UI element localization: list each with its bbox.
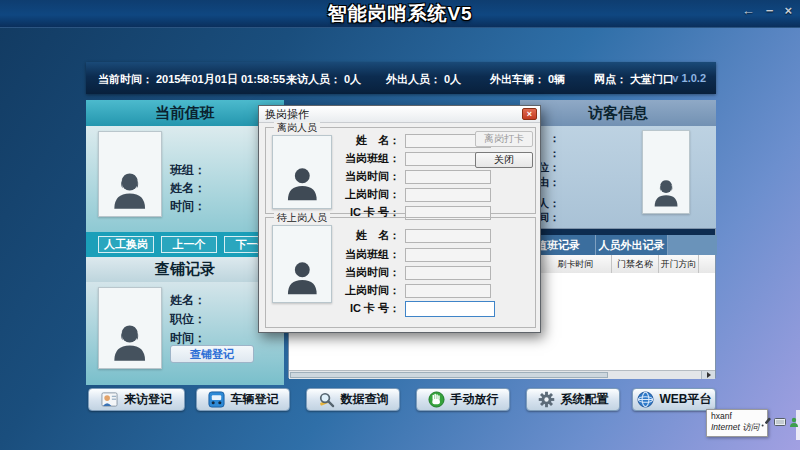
incoming-starttime-input	[405, 284, 491, 298]
data-query-icon	[318, 391, 335, 408]
keyboard-icon[interactable]	[774, 417, 786, 427]
field-row: 上岗时间：	[336, 283, 491, 298]
close-icon[interactable]: ×	[784, 3, 792, 18]
current-time: 当前时间：2015年01月01日 01:58:55	[98, 72, 285, 87]
leaving-ontime-input	[405, 170, 491, 184]
visit-register-button[interactable]: 来访登记	[88, 388, 185, 411]
field-row: 当岗班组：	[336, 151, 491, 166]
field-row: 姓 名：	[336, 228, 491, 243]
duty-panel-title: 当前值班	[86, 100, 284, 126]
vehicle-register-icon	[208, 391, 225, 408]
dialog-close-icon[interactable]: ×	[522, 108, 537, 120]
patrol-name-label: 姓名：	[170, 292, 206, 309]
person-silhouette-icon	[282, 257, 323, 298]
leaving-starttime-input	[405, 188, 491, 202]
tooltip-line2: Internet 访问	[711, 422, 763, 433]
column-empty	[698, 255, 717, 273]
duty-button-row: 人工换岗 上一个 下一个	[86, 232, 284, 257]
patrol-panel-title: 查铺记录	[86, 257, 284, 282]
system-config-icon	[538, 391, 555, 408]
visitor-field-fragment: ：	[549, 131, 560, 146]
incoming-name-input	[405, 229, 491, 243]
pen-icon[interactable]	[761, 417, 771, 427]
patrol-panel-body: 姓名： 职位： 时间： 查铺登记	[86, 282, 284, 385]
data-query-button[interactable]: 数据查询	[306, 388, 400, 411]
incoming-person-group: 待上岗人员 姓 名： 当岗班组： 当岗时间： 上岗时间： IC 卡 号：	[265, 217, 536, 328]
duty-photo-frame	[98, 131, 162, 217]
tooltip-line1: hxanf	[711, 411, 763, 422]
desktop: 智能岗哨系统V5 ← − × 当前时间：2015年01月01日 01:58:55…	[0, 0, 800, 450]
person-silhouette-icon	[108, 321, 151, 364]
field-row: 姓 名：	[336, 133, 491, 148]
dialog-title: 换岗操作	[265, 107, 309, 122]
manual-shift-button[interactable]: 人工换岗	[98, 236, 154, 253]
leaving-group-label: 离岗人员	[274, 122, 320, 133]
back-icon[interactable]: ←	[742, 3, 755, 18]
incoming-shift-input	[405, 248, 491, 262]
person-silhouette-icon	[282, 163, 323, 204]
dialog-title-bar[interactable]: 换岗操作	[259, 106, 540, 123]
title-bar: 智能岗哨系统V5 ← − ×	[0, 0, 800, 28]
incoming-ontime-input	[405, 266, 491, 280]
scrollbar-right-arrow[interactable]	[701, 371, 715, 379]
web-platform-button[interactable]: WEB平台	[632, 388, 716, 411]
web-platform-icon	[637, 391, 654, 408]
clock-out-button[interactable]: 离岗打卡	[475, 131, 533, 147]
system-config-button[interactable]: 系统配置	[526, 388, 620, 411]
patrol-photo-frame	[98, 287, 162, 369]
minimize-icon[interactable]: −	[766, 3, 774, 18]
visitor-photo-frame	[642, 130, 690, 214]
previous-button[interactable]: 上一个	[161, 236, 217, 253]
duty-time-label: 时间：	[170, 198, 206, 215]
field-row: 当岗班组：	[336, 247, 491, 262]
status-bar: 当前时间：2015年01月01日 01:58:55 来访人员：0人 外出人员：0…	[86, 62, 716, 94]
person-silhouette-icon	[108, 169, 151, 212]
vehicle-register-button[interactable]: 车辆登记	[196, 388, 290, 411]
duty-panel-body: 班组： 姓名： 时间：	[86, 126, 284, 232]
incoming-photo-frame	[272, 225, 332, 303]
person-status-icon[interactable]	[789, 417, 799, 427]
incoming-ic-input[interactable]	[405, 301, 495, 317]
app-title: 智能岗哨系统V5	[327, 1, 472, 27]
horizontal-scrollbar[interactable]	[289, 370, 715, 379]
out-vehicle-count: 外出车辆：0辆	[490, 72, 565, 87]
duty-group-label: 班组：	[170, 162, 206, 179]
patrol-register-button[interactable]: 查铺登记	[170, 345, 254, 363]
visitor-field-fragment: ：	[549, 146, 560, 161]
manual-release-button[interactable]: 手动放行	[416, 388, 510, 411]
tab-bar-spacer	[668, 235, 717, 255]
tab-out-records[interactable]: 人员外出记录	[596, 235, 668, 255]
duty-name-label: 姓名：	[170, 180, 206, 197]
person-silhouette-icon	[650, 177, 682, 209]
column-door-name: 门禁名称	[611, 255, 658, 273]
patrol-position-label: 职位：	[170, 311, 206, 328]
visitor-field-fragment: 人：	[538, 196, 560, 211]
window-controls: ← − ×	[742, 3, 792, 18]
manual-release-icon	[428, 391, 445, 408]
leaving-photo-frame	[272, 135, 332, 209]
visitor-count: 来访人员：0人	[286, 72, 361, 87]
tray-icon-row	[761, 417, 800, 427]
version-label: v 1.0.2	[672, 72, 706, 84]
shift-change-dialog: 换岗操作 × 离岗人员 姓 名： 当岗班组： 当岗时间： 上岗时间： IC 卡 …	[258, 105, 541, 333]
dialog-close-button[interactable]: 关闭	[475, 152, 533, 168]
field-row: 上岗时间：	[336, 187, 491, 202]
field-row: 当岗时间：	[336, 265, 491, 280]
field-row: IC 卡 号：	[336, 301, 495, 316]
scrollbar-thumb[interactable]	[290, 372, 608, 378]
visitor-register-icon	[101, 391, 118, 408]
column-card-time: 刷卡时间	[539, 255, 611, 273]
field-row: 当岗时间：	[336, 169, 491, 184]
out-people-count: 外出人员：0人	[386, 72, 461, 87]
tray-tooltip: hxanf Internet 访问	[706, 409, 768, 437]
column-open-direction: 开门方向	[658, 255, 698, 273]
visitor-panel-body: ： ： 单位： 事由： 人： 时间：	[520, 126, 716, 228]
incoming-group-label: 待上岗人员	[274, 212, 330, 223]
visitor-panel-title: 访客信息	[520, 100, 716, 126]
site-name: 网点：大堂门口	[594, 72, 674, 87]
